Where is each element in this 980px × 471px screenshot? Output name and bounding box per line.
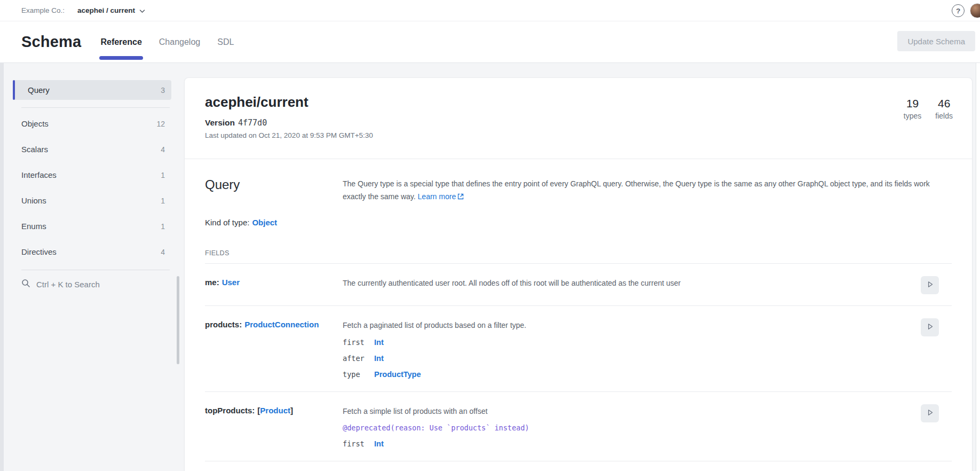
top-bar: Example Co.: acephei / current ? — [0, 0, 980, 21]
arg-name: first — [343, 338, 374, 347]
field-name: topProducts:[Product] — [205, 406, 343, 448]
field-row-topProducts: topProducts:[Product] Fetch a simple lis… — [205, 392, 952, 461]
search-hint-label: Ctrl + K to Search — [36, 280, 100, 289]
tab-reference[interactable]: Reference — [99, 21, 143, 62]
sidebar-items: Query 3 Objects 12 Scalars 4 Interfaces … — [13, 80, 171, 262]
graph-title: acephei/current — [205, 94, 952, 111]
type-section: Query The Query type is a special type t… — [185, 159, 972, 461]
field-row-me: me:User The currently authenticated user… — [205, 264, 952, 306]
tab-bar: Reference Changelog SDL — [99, 21, 235, 62]
field-type-link[interactable]: [Product] — [257, 406, 293, 415]
type-name-column: Query — [205, 177, 343, 203]
sidebar-item-count: 4 — [161, 248, 165, 256]
sidebar-item-interfaces[interactable]: Interfaces 1 — [13, 165, 171, 185]
page-scrollbar[interactable] — [976, 63, 980, 471]
field-arg-row: after Int — [343, 354, 898, 363]
arg-type-link[interactable]: Int — [374, 338, 384, 347]
type-title: Query — [205, 177, 343, 192]
stat-value: 46 — [935, 97, 953, 110]
field-name: me:User — [205, 278, 343, 293]
external-link-icon — [457, 191, 464, 203]
org-label: Example Co.: — [21, 6, 65, 14]
arg-type-link[interactable]: Int — [374, 439, 384, 448]
play-icon — [926, 409, 934, 418]
type-description-column: The Query type is a special type that de… — [343, 177, 932, 203]
kind-value-link[interactable]: Object — [252, 218, 277, 227]
field-args: first Int — [343, 439, 898, 448]
field-type-link[interactable]: ProductConnection — [244, 320, 319, 329]
chevron-down-icon — [139, 6, 145, 15]
play-icon — [926, 323, 934, 332]
arg-type-link[interactable]: ProductType — [374, 370, 421, 379]
stat-value: 19 — [904, 97, 921, 110]
sidebar-item-label: Directives — [21, 247, 57, 256]
sidebar-item-enums[interactable]: Enums 1 — [13, 216, 171, 236]
schema-card: acephei/current Version4f77d0 Last updat… — [184, 77, 973, 471]
field-description: Fetch a simple list of products with an … — [343, 406, 898, 417]
play-icon — [926, 280, 934, 290]
run-query-button[interactable] — [921, 318, 939, 336]
sidebar-item-count: 1 — [161, 171, 165, 179]
version-value: 4f77d0 — [238, 118, 267, 128]
left-scrollbar[interactable] — [0, 63, 4, 471]
tab-changelog[interactable]: Changelog — [158, 21, 201, 62]
sidebar-item-label: Unions — [21, 196, 46, 205]
avatar[interactable] — [970, 3, 980, 18]
help-icon[interactable]: ? — [952, 4, 965, 17]
fields-heading: FIELDS — [205, 249, 952, 264]
field-description: The currently authenticated user root. A… — [343, 278, 898, 288]
field-body: The currently authenticated user root. A… — [343, 278, 898, 293]
sidebar-item-objects[interactable]: Objects 12 — [13, 114, 171, 134]
field-description: Fetch a paginated list of products based… — [343, 320, 898, 331]
graph-selector-label: acephei / current — [77, 6, 135, 14]
sidebar-divider — [21, 270, 170, 270]
run-query-button[interactable] — [921, 276, 939, 294]
sidebar-item-label: Enums — [21, 222, 46, 231]
learn-more-label: Learn more — [418, 192, 456, 201]
app-window: Example Co.: acephei / current ? Schema … — [0, 0, 980, 471]
schema-sidebar: Query 3 Objects 12 Scalars 4 Interfaces … — [13, 80, 171, 289]
field-type-link[interactable]: User — [222, 278, 240, 287]
sidebar-item-label: Scalars — [21, 145, 48, 154]
sidebar-item-count: 4 — [161, 145, 165, 154]
update-schema-button[interactable]: Update Schema — [897, 31, 975, 51]
sidebar-item-query[interactable]: Query 3 — [13, 80, 171, 100]
sidebar-item-label: Query — [28, 85, 50, 95]
field-list: me:User The currently authenticated user… — [205, 264, 952, 461]
type-description: The Query type is a special type that de… — [343, 177, 932, 203]
sidebar-item-unions[interactable]: Unions 1 — [13, 191, 171, 210]
content-area: Query 3 Objects 12 Scalars 4 Interfaces … — [0, 63, 980, 471]
stat-types: 19 types — [904, 97, 921, 120]
version-row: Version4f77d0 — [205, 118, 952, 128]
schema-stats: 19 types 46 fields — [904, 97, 953, 120]
version-label: Version — [205, 118, 235, 127]
kind-row: Kind of type:Object — [205, 218, 952, 227]
sidebar-item-label: Objects — [21, 119, 49, 128]
field-deprecated-directive: @deprecated(reason: Use `products` inste… — [343, 423, 898, 432]
stat-label: types — [904, 112, 921, 120]
field-arg-row: type ProductType — [343, 370, 898, 379]
arg-type-link[interactable]: Int — [374, 354, 384, 363]
arg-name: after — [343, 354, 374, 363]
schema-search[interactable]: Ctrl + K to Search — [21, 279, 171, 289]
field-body: Fetch a paginated list of products based… — [343, 320, 898, 379]
field-name: products:ProductConnection — [205, 320, 343, 379]
learn-more-link[interactable]: Learn more — [418, 192, 464, 201]
sidebar-item-scalars[interactable]: Scalars 4 — [13, 139, 171, 159]
sidebar-item-directives[interactable]: Directives 4 — [13, 242, 171, 262]
field-arg-row: first Int — [343, 338, 898, 347]
stat-label: fields — [935, 112, 953, 120]
field-arg-row: first Int — [343, 439, 898, 448]
field-body: Fetch a simple list of products with an … — [343, 406, 898, 448]
run-query-button[interactable] — [921, 404, 939, 422]
tab-sdl[interactable]: SDL — [216, 21, 235, 62]
type-head: Query The Query type is a special type t… — [205, 177, 952, 203]
card-header: acephei/current Version4f77d0 Last updat… — [185, 78, 972, 159]
sidebar-item-count: 1 — [161, 222, 165, 231]
graph-selector[interactable]: acephei / current — [77, 6, 145, 15]
arg-name: first — [343, 439, 374, 448]
sidebar-item-label: Interfaces — [21, 170, 57, 179]
sidebar-scrollbar-thumb[interactable] — [177, 276, 179, 364]
sidebar-divider — [21, 107, 170, 108]
field-args: first Int after Int type ProductType — [343, 338, 898, 379]
